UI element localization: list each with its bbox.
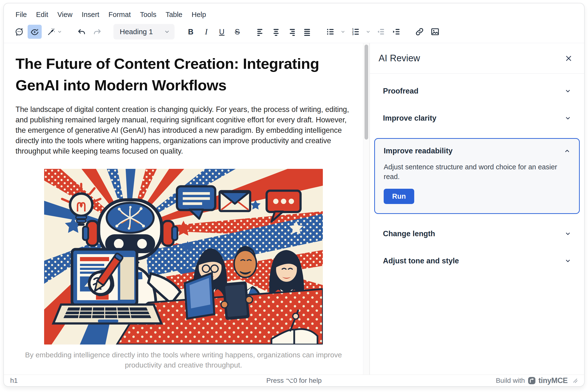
accordion-label: Improve readability	[384, 146, 452, 155]
panel-title: AI Review	[379, 53, 420, 64]
tinymce-logo	[528, 377, 536, 384]
insert-image-button[interactable]	[428, 25, 442, 39]
ai-shortcuts-button[interactable]	[43, 25, 66, 39]
image-icon	[430, 27, 440, 36]
menu-insert[interactable]: Insert	[77, 9, 104, 20]
envelope-icon	[220, 191, 250, 211]
document-content: The Future of Content Creation: Integrat…	[4, 53, 363, 370]
menu-file[interactable]: File	[11, 9, 31, 20]
main-area: The Future of Content Creation: Integrat…	[4, 43, 584, 374]
ai-review-header: AI Review	[370, 43, 584, 74]
block-format-select[interactable]: Heading 1	[114, 24, 175, 40]
chevron-down-icon	[565, 115, 571, 122]
accordion-header[interactable]: Improve readability	[384, 146, 570, 155]
outdent-button[interactable]	[374, 25, 388, 39]
ai-review-button[interactable]	[28, 25, 42, 39]
toolbar-group-format: Heading 1	[114, 24, 175, 40]
scrollbar-thumb[interactable]	[365, 44, 368, 140]
menu-edit[interactable]: Edit	[32, 9, 53, 20]
ai-review-eye-icon	[30, 27, 39, 36]
image-caption[interactable]: By embedding intelligence directly into …	[16, 350, 351, 370]
align-justify-icon	[303, 28, 311, 36]
chevron-up-icon	[564, 148, 570, 154]
accordion-label: Proofread	[383, 87, 418, 96]
toolbar-group-lists: 123	[323, 25, 403, 39]
italic-button[interactable]: I	[199, 25, 213, 39]
toolbar-group-insert	[412, 25, 442, 39]
align-right-button[interactable]	[285, 25, 299, 39]
align-justify-button[interactable]	[300, 25, 314, 39]
numbered-list-button[interactable]: 123	[349, 25, 363, 39]
document-paragraph[interactable]: The landscape of digital content creatio…	[16, 104, 351, 156]
link-button[interactable]	[412, 25, 427, 39]
toolbar-group-history	[75, 25, 104, 39]
svg-text:3: 3	[352, 33, 354, 36]
accordion-improve-clarity[interactable]: Improve clarity	[374, 111, 580, 126]
menu-view[interactable]: View	[53, 9, 77, 20]
chevron-down-icon	[58, 30, 62, 34]
menu-tools[interactable]: Tools	[136, 9, 161, 20]
chevron-down-icon	[565, 231, 571, 237]
indent-icon	[392, 28, 401, 36]
align-left-icon	[256, 28, 265, 36]
element-path[interactable]: h1	[10, 377, 18, 384]
underline-button[interactable]: U	[215, 25, 229, 39]
accordion-improve-readability-expanded[interactable]: Improve readability Adjust sentence stru…	[374, 138, 580, 214]
resize-grip-icon[interactable]	[572, 378, 578, 383]
editor-scrollbar[interactable]	[363, 43, 369, 374]
chevron-down-icon	[565, 258, 571, 264]
indent-button[interactable]	[389, 25, 403, 39]
undo-button[interactable]	[75, 25, 89, 39]
outdent-icon	[376, 28, 385, 36]
ai-assistant-button[interactable]	[12, 25, 26, 39]
accordion-label: Change length	[383, 230, 435, 238]
close-panel-button[interactable]	[563, 53, 574, 64]
branding-name: tinyMCE	[538, 376, 568, 385]
strikethrough-button[interactable]: S	[230, 25, 244, 39]
accordion-proofread[interactable]: Proofread	[374, 84, 580, 98]
accordion-label: Improve clarity	[383, 114, 436, 122]
article-illustration[interactable]	[44, 169, 323, 344]
redo-button[interactable]	[90, 25, 104, 39]
menu-bar: File Edit View Insert Format Tools Table…	[4, 4, 584, 22]
menu-table[interactable]: Table	[161, 9, 187, 20]
bold-button[interactable]: B	[184, 25, 198, 39]
chevron-down-icon	[164, 29, 170, 34]
ai-review-options: Proofread Improve clarity Improve readab…	[370, 74, 584, 281]
status-bar: h1 Press ⌥0 for help Build with tinyMCE	[4, 374, 584, 386]
align-center-icon	[272, 28, 280, 36]
align-center-button[interactable]	[269, 25, 283, 39]
redo-icon	[93, 27, 102, 36]
numbered-list-options-button[interactable]	[364, 25, 372, 39]
toolbar: Heading 1 B I U S	[4, 22, 584, 43]
branding-prefix: Build with	[496, 377, 525, 384]
tinymce-editor-window: File Edit View Insert Format Tools Table…	[4, 3, 584, 387]
magic-wand-icon	[47, 28, 56, 36]
bullet-list-options-button[interactable]	[339, 25, 347, 39]
document-heading[interactable]: The Future of Content Creation: Integrat…	[16, 53, 351, 96]
chevron-down-icon	[565, 88, 571, 94]
toolbar-group-ai	[12, 25, 66, 39]
align-left-button[interactable]	[254, 25, 268, 39]
menu-format[interactable]: Format	[104, 9, 135, 20]
branding[interactable]: Build with tinyMCE	[496, 376, 578, 385]
align-right-icon	[287, 28, 296, 36]
accordion-adjust-tone-style[interactable]: Adjust tone and style	[374, 254, 580, 268]
run-button[interactable]: Run	[384, 189, 414, 204]
accordion-label: Adjust tone and style	[383, 256, 459, 265]
numbered-list-icon: 123	[351, 28, 360, 36]
bullet-list-button[interactable]	[323, 25, 337, 39]
close-icon	[565, 55, 572, 62]
block-format-value: Heading 1	[120, 28, 153, 36]
editor-canvas[interactable]: The Future of Content Creation: Integrat…	[4, 43, 363, 374]
option-description: Adjust sentence structure and word choic…	[384, 162, 570, 182]
undo-icon	[77, 27, 86, 36]
link-icon	[415, 27, 424, 36]
toolbar-group-text-style: B I U S	[184, 25, 244, 39]
article-illustration-svg	[44, 169, 323, 344]
chevron-down-icon	[366, 30, 370, 34]
toolbar-group-align	[254, 25, 314, 39]
chevron-down-icon	[341, 30, 345, 34]
accordion-change-length[interactable]: Change length	[374, 226, 580, 241]
menu-help[interactable]: Help	[187, 9, 210, 20]
